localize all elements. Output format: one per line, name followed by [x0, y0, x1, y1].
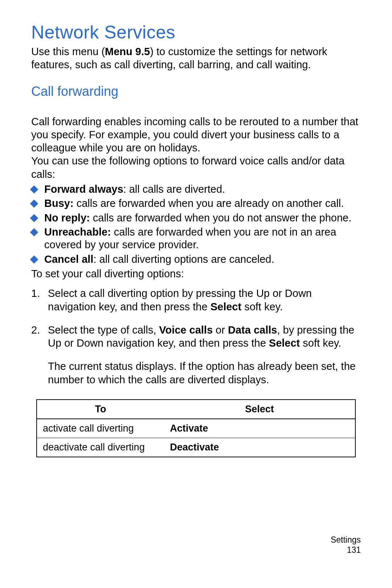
step-bold: Select [211, 301, 241, 313]
option-sep [74, 197, 77, 209]
heading-call-forwarding: Call forwarding [31, 84, 361, 99]
table-cell-to: activate call diverting [37, 419, 164, 438]
menu-ref: Menu 9.5 [105, 46, 150, 57]
option-sep [111, 226, 114, 238]
diamond-icon [30, 200, 38, 208]
table-header-row: To Select [37, 400, 355, 419]
footer-page-number: 131 [331, 545, 361, 555]
step-item: 1. Select a call diverting option by pre… [31, 287, 361, 313]
step-marker: 2. [31, 323, 40, 336]
list-item: Forward always: all calls are diverted. [31, 183, 361, 196]
forward-options-list: Forward always: all calls are diverted. … [31, 183, 361, 266]
option-term: Busy: [44, 197, 74, 209]
table-row: deactivate call diverting Deactivate [37, 438, 355, 457]
option-term: No reply: [44, 212, 90, 224]
step-marker: 1. [31, 287, 40, 300]
option-term: Unreachable: [44, 226, 111, 238]
option-sep: : [123, 183, 129, 195]
step-text: soft key. [300, 337, 341, 349]
option-desc: all calls are diverted. [129, 183, 225, 195]
table-header-to: To [37, 400, 164, 419]
page: Network Services Use this menu (Menu 9.5… [0, 0, 392, 588]
list-item: Unreachable: calls are forwarded when yo… [31, 226, 361, 252]
list-item: Cancel all: all call diverting options a… [31, 253, 361, 266]
step-text: soft key. [241, 301, 283, 313]
intro-text: Use this menu ( [31, 46, 105, 57]
option-desc: calls are forwarded when you are already… [77, 197, 344, 209]
diamond-icon [30, 255, 38, 264]
table-cell-select: Activate [164, 419, 355, 438]
list-item: No reply: calls are forwarded when you d… [31, 212, 361, 224]
diamond-icon [30, 214, 38, 222]
step-bold: Data calls [228, 324, 277, 336]
call-forwarding-desc: Call forwarding enables incoming calls t… [31, 115, 361, 155]
option-desc: calls are forwarded when you do not answ… [93, 212, 352, 224]
footer-section: Settings [331, 535, 361, 545]
step-text: or [213, 324, 228, 336]
step-subtext: The current status displays. If the opti… [48, 360, 361, 386]
option-sep: : [93, 253, 99, 265]
step-bold: Voice calls [159, 324, 213, 336]
heading-network-services: Network Services [31, 22, 361, 43]
forward-options-intro: You can use the following options to for… [31, 154, 361, 181]
list-item: Busy: calls are forwarded when you are a… [31, 197, 361, 210]
diamond-icon [30, 228, 38, 237]
table-cell-to: deactivate call diverting [37, 438, 164, 457]
option-desc: all call diverting options are canceled. [99, 253, 274, 265]
page-footer: Settings 131 [331, 535, 361, 556]
option-sep [90, 212, 93, 224]
option-term: Cancel all [44, 253, 93, 265]
table-header-select: Select [164, 400, 355, 419]
intro-paragraph: Use this menu (Menu 9.5) to customize th… [31, 45, 361, 72]
options-table: To Select activate call diverting Activa… [36, 399, 356, 457]
table-row: activate call diverting Activate [37, 419, 355, 438]
diamond-icon [30, 185, 38, 193]
option-term: Forward always [44, 183, 123, 195]
table-cell-select: Deactivate [164, 438, 355, 457]
step-bold: Select [269, 337, 300, 349]
step-text: Select the type of calls, [48, 324, 159, 336]
step-item: 2. Select the type of calls, Voice calls… [31, 323, 361, 386]
steps-list: 1. Select a call diverting option by pre… [31, 287, 361, 386]
set-diverting-intro: To set your call diverting options: [31, 267, 361, 280]
